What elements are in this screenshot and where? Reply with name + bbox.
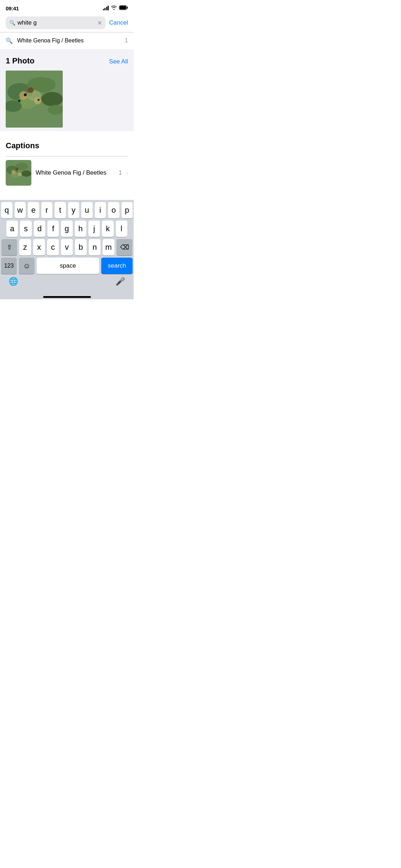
caption-image (6, 160, 31, 186)
search-bar-row: 🔍 ✕︎ Cancel (0, 14, 134, 32)
home-bar (43, 296, 91, 298)
photo-thumbnail[interactable] (6, 71, 63, 128)
key-s[interactable]: s (20, 221, 31, 237)
key-k[interactable]: k (102, 221, 113, 237)
svg-rect-1 (127, 7, 128, 9)
key-d[interactable]: d (34, 221, 45, 237)
caption-count: 1 (119, 169, 122, 176)
suggestion-row[interactable]: 🔍 White Genoa Fig / Beetles 1 (0, 32, 134, 49)
see-all-button[interactable]: See All (109, 58, 128, 65)
search-input-wrapper[interactable]: 🔍 ✕︎ (6, 16, 106, 29)
svg-point-23 (18, 172, 22, 176)
microphone-icon[interactable]: 🎤 (115, 277, 125, 286)
battery-icon (119, 5, 128, 11)
svg-point-13 (48, 105, 63, 115)
key-g[interactable]: g (61, 221, 72, 237)
status-bar: 09:41 (0, 0, 134, 14)
key-w[interactable]: w (15, 202, 26, 218)
globe-icon[interactable]: 🌐 (9, 277, 18, 286)
key-l[interactable]: l (116, 221, 127, 237)
keyboard-row-1: q w e r t y u i o p (0, 200, 134, 218)
key-q[interactable]: q (1, 202, 12, 218)
key-z[interactable]: z (19, 239, 31, 255)
keyboard-bottom-icons: 🌐 🎤 (0, 275, 134, 293)
key-p[interactable]: p (122, 202, 133, 218)
keyboard: q w e r t y u i o p a s d f g h j k l ⇧ … (0, 200, 134, 299)
status-icons (103, 5, 128, 11)
keyboard-bottom-row: 123 ☺ space search (0, 255, 134, 275)
caption-label: White Genoa Fig / Beetles (36, 169, 114, 176)
svg-point-20 (21, 170, 31, 177)
shift-key[interactable]: ⇧ (1, 239, 17, 255)
svg-point-24 (16, 167, 19, 170)
search-input[interactable] (17, 19, 95, 26)
key-b[interactable]: b (75, 239, 87, 255)
svg-point-14 (24, 93, 27, 96)
svg-rect-2 (120, 6, 127, 10)
chevron-right-icon: › (126, 170, 128, 176)
captions-title: Captions (6, 141, 128, 150)
key-n[interactable]: n (89, 239, 101, 255)
key-a[interactable]: a (6, 221, 18, 237)
suggestion-search-icon: 🔍 (6, 37, 13, 44)
svg-point-15 (37, 99, 40, 101)
captions-section: Captions White Genoa Fig / Beetles 1 › (0, 134, 134, 189)
photos-section-header: 1 Photo See All (6, 56, 128, 66)
svg-point-16 (18, 100, 21, 102)
space-key[interactable]: space (37, 258, 99, 274)
svg-point-22 (11, 170, 16, 174)
home-indicator (0, 293, 134, 299)
signal-bars-icon (103, 6, 109, 10)
key-i[interactable]: i (95, 202, 106, 218)
delete-key[interactable]: ⌫ (117, 239, 132, 255)
key-h[interactable]: h (75, 221, 86, 237)
key-f[interactable]: f (47, 221, 59, 237)
search-key[interactable]: search (101, 258, 133, 274)
status-time: 09:41 (6, 5, 19, 11)
key-r[interactable]: r (41, 202, 53, 218)
keyboard-row-2: a s d f g h j k l (0, 218, 134, 237)
search-icon: 🔍 (9, 20, 15, 26)
suggestion-count: 1 (125, 37, 128, 44)
photo-grid (6, 71, 128, 128)
suggestion-text: White Genoa Fig / Beetles (17, 37, 120, 44)
key-j[interactable]: j (88, 221, 100, 237)
svg-point-10 (34, 97, 41, 104)
key-u[interactable]: u (81, 202, 93, 218)
photos-count-title: 1 Photo (6, 56, 35, 66)
key-t[interactable]: t (55, 202, 66, 218)
photos-section: 1 Photo See All (0, 49, 134, 131)
emoji-key[interactable]: ☺ (19, 258, 35, 274)
key-c[interactable]: c (47, 239, 59, 255)
numbers-key[interactable]: 123 (1, 258, 17, 274)
key-x[interactable]: x (33, 239, 45, 255)
key-v[interactable]: v (61, 239, 73, 255)
wifi-icon (111, 5, 117, 11)
key-o[interactable]: o (108, 202, 119, 218)
svg-point-6 (41, 92, 63, 106)
key-y[interactable]: y (68, 202, 79, 218)
photo-image (6, 71, 63, 128)
key-e[interactable]: e (28, 202, 39, 218)
cancel-button[interactable]: Cancel (109, 19, 128, 26)
key-m[interactable]: m (103, 239, 114, 255)
svg-point-11 (28, 87, 34, 93)
photo-svg (6, 71, 63, 128)
caption-row[interactable]: White Genoa Fig / Beetles 1 › (6, 156, 128, 189)
clear-button[interactable]: ✕︎ (97, 20, 102, 26)
keyboard-row-3: ⇧ z x c v b n m ⌫ (0, 237, 134, 255)
caption-thumbnail (6, 160, 31, 186)
